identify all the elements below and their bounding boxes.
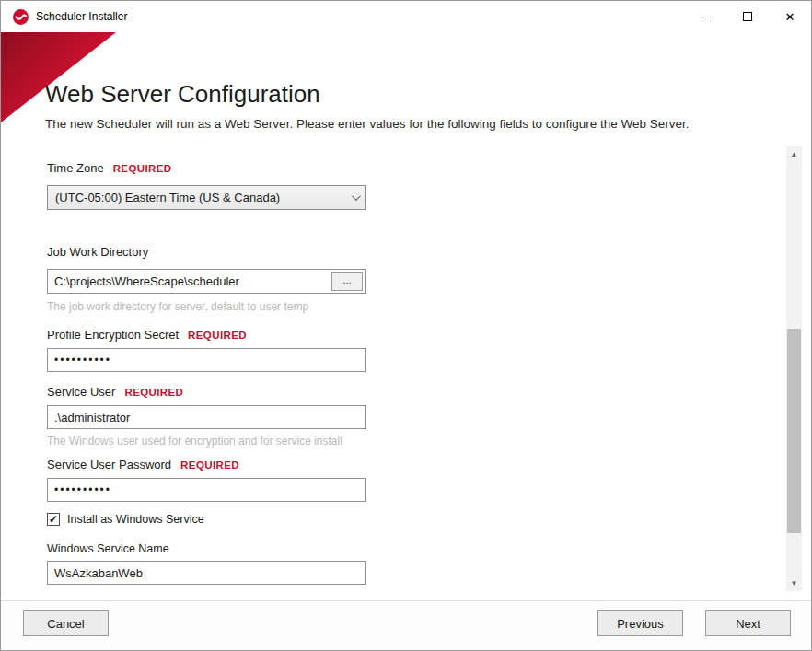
corner-accent-triangle: [1, 32, 116, 122]
service-name-label-row: Windows Service Name: [47, 542, 169, 555]
job-work-directory-label-row: Job Work Directory: [47, 245, 148, 259]
service-user-required-badge: REQUIRED: [124, 387, 183, 398]
maximize-icon: [743, 12, 752, 21]
scrollbar-thumb[interactable]: [787, 329, 801, 533]
job-work-directory-help: The job work directory for server, defau…: [47, 300, 308, 313]
installer-window: Scheduler Installer ✕ Web Server Configu…: [0, 0, 812, 651]
job-work-directory-label: Job Work Directory: [47, 245, 148, 259]
job-work-directory-input[interactable]: [48, 270, 365, 293]
page-title: Web Server Configuration: [45, 80, 320, 109]
page-subtitle: The new Scheduler will run as a Web Serv…: [45, 117, 782, 131]
service-name-label: Windows Service Name: [47, 542, 169, 555]
next-button[interactable]: Next: [705, 610, 791, 636]
job-work-directory-field: ...: [47, 269, 366, 294]
service-password-label-row: Service User Password REQUIRED: [47, 458, 239, 471]
profile-secret-input[interactable]: [47, 348, 366, 372]
minimize-button[interactable]: [684, 1, 726, 32]
profile-secret-label-row: Profile Encryption Secret REQUIRED: [47, 328, 247, 342]
minimize-icon: [701, 17, 711, 17]
install-service-checkbox[interactable]: ✓: [47, 513, 60, 526]
install-service-row: ✓ Install as Windows Service: [47, 513, 204, 526]
install-service-label: Install as Windows Service: [67, 513, 204, 526]
time-zone-dropdown[interactable]: (UTC-05:00) Eastern Time (US & Canada): [47, 185, 366, 210]
service-user-label-row: Service User REQUIRED: [47, 385, 183, 399]
service-user-label: Service User: [47, 385, 115, 399]
time-zone-required-badge: REQUIRED: [113, 163, 172, 174]
service-user-input[interactable]: [47, 405, 366, 429]
close-button[interactable]: ✕: [769, 1, 811, 32]
scroll-up-icon[interactable]: ▲: [786, 146, 802, 162]
window-title: Scheduler Installer: [36, 10, 684, 23]
chevron-down-icon: [352, 192, 361, 201]
time-zone-selected-value: (UTC-05:00) Eastern Time (US & Canada): [55, 191, 352, 204]
vertical-scrollbar[interactable]: ▲ ▼: [786, 146, 802, 591]
title-bar: Scheduler Installer ✕: [1, 1, 811, 32]
footer-bar: Cancel Previous Next: [1, 601, 811, 650]
service-password-required-badge: REQUIRED: [180, 459, 239, 471]
cancel-button[interactable]: Cancel: [23, 610, 109, 636]
previous-button[interactable]: Previous: [597, 610, 683, 636]
time-zone-label-row: Time Zone REQUIRED: [47, 161, 172, 175]
service-name-input[interactable]: [47, 561, 366, 585]
profile-secret-required-badge: REQUIRED: [188, 330, 247, 341]
maximize-button[interactable]: [726, 1, 769, 32]
close-icon: ✕: [785, 11, 795, 23]
profile-secret-label: Profile Encryption Secret: [47, 328, 179, 342]
service-password-input[interactable]: [47, 478, 366, 502]
time-zone-label: Time Zone: [47, 161, 104, 175]
browse-button[interactable]: ...: [331, 272, 363, 291]
app-logo-icon: [13, 9, 29, 25]
service-user-help: The Windows user used for encryption and…: [47, 435, 342, 448]
scroll-down-icon[interactable]: ▼: [786, 575, 802, 591]
service-password-label: Service User Password: [47, 458, 171, 471]
